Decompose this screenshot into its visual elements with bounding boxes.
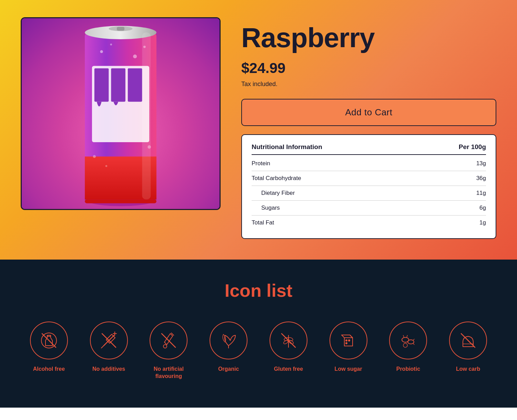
nutrition-row-value: 6g bbox=[479, 204, 486, 211]
nutrition-row: Sugars6g bbox=[252, 201, 486, 216]
no-artificial-flavouring-icon bbox=[150, 322, 187, 359]
icon-label: Alcohol free bbox=[33, 366, 65, 373]
nutrition-row-label: Protein bbox=[252, 160, 270, 167]
svg-point-14 bbox=[93, 155, 96, 158]
product-price: $24.99 bbox=[241, 60, 496, 76]
svg-point-11 bbox=[110, 43, 112, 45]
svg-rect-8 bbox=[85, 199, 156, 203]
svg-point-40 bbox=[346, 340, 347, 341]
icon-item: Organic bbox=[201, 322, 256, 373]
tax-note: Tax included. bbox=[241, 81, 496, 88]
low-sugar-icon bbox=[330, 322, 367, 359]
icon-list-title: Icon list bbox=[21, 280, 496, 301]
icon-label: Probiotic bbox=[396, 366, 420, 373]
nutrition-row: Protein13g bbox=[252, 156, 486, 171]
svg-point-42 bbox=[346, 343, 347, 344]
svg-line-23 bbox=[101, 346, 104, 348]
nutrition-row-value: 11g bbox=[476, 190, 486, 197]
icon-item: Low sugar bbox=[321, 322, 376, 373]
svg-rect-18 bbox=[117, 27, 124, 31]
svg-line-49 bbox=[413, 343, 414, 345]
icon-label: Gluten free bbox=[274, 366, 303, 373]
add-to-cart-button[interactable]: Add to Cart bbox=[241, 99, 496, 126]
no-additives-icon bbox=[90, 322, 128, 359]
top-section: Raspberry $24.99 Tax included. Add to Ca… bbox=[0, 0, 517, 260]
alcohol-free-icon bbox=[30, 322, 68, 359]
icon-label: No additives bbox=[92, 366, 125, 373]
nutrition-header: Nutritional Information Per 100g bbox=[252, 143, 486, 155]
icon-item: Low carb bbox=[440, 322, 496, 373]
nutrition-row-value: 36g bbox=[476, 175, 486, 182]
nutrition-row-label: Dietary Fiber bbox=[252, 190, 295, 197]
svg-rect-5 bbox=[111, 68, 125, 102]
icon-item: No artificial flavouring bbox=[141, 322, 196, 380]
icon-label: Organic bbox=[218, 366, 239, 373]
icon-item: Probiotic bbox=[381, 322, 436, 373]
svg-line-38 bbox=[350, 335, 353, 338]
svg-rect-4 bbox=[94, 68, 109, 102]
svg-rect-9 bbox=[142, 33, 151, 200]
nutrition-row-label: Total Fat bbox=[252, 219, 274, 226]
nutrition-box: Nutritional Information Per 100g Protein… bbox=[241, 134, 496, 239]
icon-label: Low carb bbox=[456, 366, 480, 373]
gluten-free-icon bbox=[270, 322, 307, 359]
icon-label: No artificial flavouring bbox=[141, 366, 196, 380]
nutrition-row-value: 13g bbox=[476, 160, 486, 167]
svg-line-46 bbox=[403, 335, 404, 337]
svg-point-45 bbox=[403, 343, 407, 347]
svg-rect-6 bbox=[128, 68, 142, 102]
nutrition-row: Dietary Fiber11g bbox=[252, 186, 486, 201]
nutrition-rows: Protein13gTotal Carbohydrate36gDietary F… bbox=[252, 156, 486, 230]
icon-label: Low sugar bbox=[335, 366, 362, 373]
product-info: Raspberry $24.99 Tax included. Add to Ca… bbox=[241, 17, 496, 239]
svg-point-10 bbox=[100, 50, 103, 53]
nutrition-header-per: Per 100g bbox=[459, 143, 486, 151]
product-image-box bbox=[21, 17, 221, 210]
svg-point-12 bbox=[133, 54, 137, 58]
nutrition-row-value: 1g bbox=[479, 219, 486, 226]
nutrition-row-label: Total Carbohydrate bbox=[252, 175, 301, 182]
svg-point-41 bbox=[348, 340, 350, 341]
svg-line-48 bbox=[413, 339, 414, 340]
product-can-svg bbox=[22, 18, 220, 209]
product-title: Raspberry bbox=[241, 24, 496, 52]
icon-item: Gluten free bbox=[261, 322, 316, 373]
nutrition-header-label: Nutritional Information bbox=[252, 143, 322, 151]
svg-point-27 bbox=[163, 345, 167, 348]
icon-grid: Alcohol free No additives No artificial … bbox=[21, 322, 496, 380]
svg-rect-37 bbox=[344, 338, 353, 346]
nutrition-row: Total Carbohydrate36g bbox=[252, 171, 486, 186]
icon-item: Alcohol free bbox=[21, 322, 77, 373]
icon-item: No additives bbox=[81, 322, 136, 373]
organic-icon bbox=[210, 322, 247, 359]
nutrition-row-label: Sugars bbox=[252, 204, 280, 211]
svg-point-13 bbox=[143, 46, 146, 48]
svg-point-16 bbox=[148, 145, 151, 149]
nutrition-row: Total Fat1g bbox=[252, 216, 486, 230]
svg-line-47 bbox=[407, 335, 407, 337]
low-carb-icon bbox=[449, 322, 487, 359]
probiotic-icon bbox=[389, 322, 427, 359]
bottom-section: Icon list Alcohol free No additives bbox=[0, 260, 517, 408]
svg-point-15 bbox=[105, 165, 108, 167]
